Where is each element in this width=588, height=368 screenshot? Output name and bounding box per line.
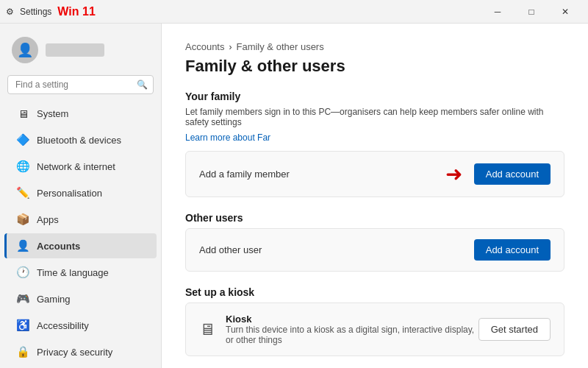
sidebar-item-gaming[interactable]: 🎮 Gaming [4, 286, 157, 311]
breadcrumb: Accounts › Family & other users [185, 41, 564, 52]
settings-icon: ⚙ [6, 7, 14, 17]
titlebar-settings-label: Settings [20, 7, 51, 17]
close-button[interactable]: ✕ [548, 0, 582, 24]
win11-label: Win 11 [57, 5, 95, 18]
get-started-button[interactable]: Get started [478, 318, 551, 341]
kiosk-card: 🖥 Kiosk Turn this device into a kiosk as… [185, 302, 564, 356]
breadcrumb-child: Family & other users [236, 41, 323, 52]
red-arrow-icon: ➜ [445, 162, 462, 186]
add-family-label: Add a family member [199, 169, 290, 180]
add-other-user-row: Add other user Add account [199, 239, 551, 261]
privacy-icon: 🔒 [16, 345, 29, 358]
page-title: Family & other users [185, 57, 564, 76]
sidebar: 👤 🔍 🖥 System 🔷 Bluetooth & devices 🌐 Net… [0, 24, 162, 368]
sidebar-item-label: Accessibility [37, 320, 89, 331]
search-icon: 🔍 [137, 79, 148, 90]
breadcrumb-parent: Accounts [185, 41, 224, 52]
your-family-desc: Let family members sign in to this PC—or… [185, 107, 564, 127]
sidebar-item-label: Gaming [37, 294, 71, 305]
kiosk-icon: 🖥 [199, 320, 215, 339]
sidebar-item-label: Accounts [37, 241, 80, 252]
sidebar-item-accessibility[interactable]: ♿ Accessibility [4, 313, 157, 338]
system-icon: 🖥 [16, 107, 29, 120]
add-family-row: Add a family member ➜ Add account [199, 162, 551, 186]
learn-more-link[interactable]: Learn more about Far [185, 132, 270, 143]
accounts-icon: 👤 [16, 239, 29, 252]
minimize-button[interactable]: ─ [481, 0, 514, 24]
search-container: 🔍 [7, 75, 154, 94]
time-icon: 🕐 [16, 266, 29, 279]
accessibility-icon: ♿ [16, 319, 29, 332]
sidebar-item-time[interactable]: 🕐 Time & language [4, 260, 157, 285]
kiosk-section: Set up a kiosk 🖥 Kiosk Turn this device … [185, 286, 564, 356]
maximize-button[interactable]: □ [514, 0, 548, 24]
kiosk-inner: Kiosk Turn this device into a kiosk as a… [226, 314, 551, 345]
sidebar-item-privacy[interactable]: 🔒 Privacy & security [4, 339, 157, 364]
main-content: Accounts › Family & other users Family &… [162, 24, 588, 368]
kiosk-name: Kiosk [226, 314, 478, 325]
add-other-account-button[interactable]: Add account [474, 239, 551, 261]
add-family-card: Add a family member ➜ Add account [185, 151, 564, 197]
user-profile[interactable]: 👤 [0, 29, 161, 72]
sidebar-item-label: Network & internet [37, 161, 115, 172]
sidebar-item-label: Time & language [37, 267, 109, 278]
sidebar-item-personalisation[interactable]: ✏️ Personalisation [4, 180, 157, 205]
your-family-title: Your family [185, 91, 564, 102]
avatar: 👤 [12, 37, 38, 63]
network-icon: 🌐 [16, 160, 29, 173]
search-input[interactable] [7, 75, 154, 94]
other-users-title: Other users [185, 212, 564, 224]
kiosk-row: 🖥 Kiosk Turn this device into a kiosk as… [199, 314, 551, 345]
kiosk-title: Set up a kiosk [185, 286, 564, 298]
kiosk-text: Kiosk Turn this device into a kiosk as a… [226, 314, 478, 345]
window-controls: ─ □ ✕ [481, 0, 582, 24]
sidebar-item-bluetooth[interactable]: 🔷 Bluetooth & devices [4, 127, 157, 152]
sidebar-item-system[interactable]: 🖥 System [4, 101, 157, 126]
personalisation-icon: ✏️ [16, 186, 29, 199]
other-users-section: Other users Add other user Add account [185, 212, 564, 272]
sidebar-item-label: Privacy & security [37, 347, 112, 358]
add-other-user-card: Add other user Add account [185, 228, 564, 272]
sidebar-item-label: System [37, 108, 68, 119]
breadcrumb-arrow: › [229, 42, 232, 52]
add-other-user-label: Add other user [199, 244, 262, 255]
bluetooth-icon: 🔷 [16, 133, 29, 146]
add-family-account-button[interactable]: Add account [474, 163, 551, 185]
apps-icon: 📦 [16, 213, 29, 226]
your-family-section: Your family Let family members sign in t… [185, 91, 564, 197]
sidebar-item-accounts[interactable]: 👤 Accounts [4, 233, 157, 258]
titlebar: ⚙ Settings Win 11 ─ □ ✕ [0, 0, 588, 24]
sidebar-item-apps[interactable]: 📦 Apps [4, 207, 157, 232]
sidebar-item-label: Personalisation [37, 188, 102, 199]
app-body: 👤 🔍 🖥 System 🔷 Bluetooth & devices 🌐 Net… [0, 24, 588, 368]
arrow-container: ➜ [290, 162, 474, 186]
kiosk-desc: Turn this device into a kiosk as a digit… [226, 325, 478, 345]
username [46, 43, 104, 57]
sidebar-item-network[interactable]: 🌐 Network & internet [4, 154, 157, 179]
sidebar-item-label: Apps [37, 214, 59, 225]
sidebar-item-label: Bluetooth & devices [37, 135, 121, 146]
gaming-icon: 🎮 [16, 292, 29, 305]
